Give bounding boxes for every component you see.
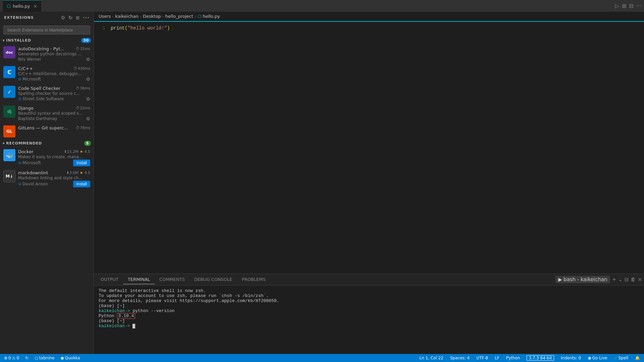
ext-markdownlint-name: markdownlint	[18, 170, 64, 175]
terminal-line-1: The default interactive shell is now zsh…	[99, 288, 639, 293]
ext-autodocstring-name: autoDocstring - Pyt...	[18, 46, 74, 51]
code-line-1: 1 print("hello world!")	[94, 24, 644, 32]
ext-django-info: Django ⏱22ms Beautiful syntax and scoped…	[18, 106, 90, 121]
recommended-label: RECOMMENDED	[6, 141, 42, 145]
ext-docker-author: ⊕ Microsoft	[18, 161, 41, 165]
terminal-line-5: kaikeichan-> python --version	[99, 308, 639, 313]
ext-markdownlint-icon: M↓	[3, 170, 15, 182]
editor-tab[interactable]: ⬡ hello.py ×	[3, 0, 41, 12]
recommended-section-header[interactable]: ▾ RECOMMENDED 5	[0, 139, 94, 147]
go-live-button[interactable]: ◉ Go Live	[586, 354, 608, 362]
more-actions-button[interactable]: ···	[636, 3, 641, 9]
ext-spell-gear[interactable]: ⚙	[86, 96, 90, 102]
run-button[interactable]: ▷	[615, 3, 619, 9]
rec-chevron-icon: ▾	[3, 141, 5, 145]
panel-tabs: OUTPUT TERMINAL COMMENTS DEBUG CONSOLE P…	[94, 274, 644, 286]
ext-django-author: Baptiste Darthenay	[18, 116, 57, 121]
ext-gitlens[interactable]: GL GitLens — Git superc... ⏱78ms	[0, 123, 94, 139]
filter-icon[interactable]: ⚙	[61, 15, 65, 21]
ext-autodocstring-time: ⏱32ms	[76, 47, 90, 51]
active-line-indicator	[94, 21, 644, 22]
python-version-badge: 3.7.3 64-bit	[527, 355, 554, 361]
ext-django-name: Django	[18, 106, 74, 111]
cursor-position[interactable]: Ln 1, Col 22	[418, 354, 445, 362]
language-mode[interactable]: Python	[505, 354, 522, 362]
notifications-button[interactable]: 🔔	[634, 354, 641, 362]
ext-docker[interactable]: 🐳 Docker ⬇15.2M ★4.5 Makes it easy to cr…	[0, 147, 94, 168]
terminal-chevron[interactable]: ⌄	[618, 277, 623, 283]
ext-gitlens-icon: GL	[3, 125, 15, 137]
encoding[interactable]: UTF-8	[475, 354, 489, 362]
code-editor[interactable]: 1 print("hello world!")	[94, 21, 644, 274]
indentation[interactable]: Spaces: 4	[449, 354, 471, 362]
line-ending[interactable]: LF	[493, 354, 501, 362]
terminal-cursor	[132, 324, 135, 328]
installed-section-header[interactable]: ▾ INSTALLED 30	[0, 37, 94, 44]
add-terminal-button[interactable]: +	[612, 277, 616, 283]
tab-close-button[interactable]: ×	[34, 3, 38, 9]
docker-install-button[interactable]: Install	[73, 160, 90, 166]
ext-markdownlint-author: ⊕ David Anson	[18, 182, 48, 186]
ext-cpp-name: C/C++	[18, 66, 71, 71]
ext-cpp[interactable]: C C/C++ ⏱430ms C/C++ IntelliSense, debug…	[0, 64, 94, 84]
status-bar: ⊕ 0 ⚠ 0 ↻ ○ tabnine ◉ Quokka Ln 1, Col 2…	[0, 354, 644, 362]
error-icon: ⊕	[4, 356, 7, 360]
ext-django-desc: Beautiful syntax and scoped s...	[18, 111, 90, 116]
ext-markdownlint[interactable]: M↓ markdownlint ⬇3.6M ★4.5 Markdown lint…	[0, 168, 94, 189]
tabnine-status[interactable]: ○ tabnine	[33, 354, 56, 362]
views-icon[interactable]: ≡	[75, 15, 80, 21]
main-area: EXTENSIONS ⚙ ↻ ≡ ··· ▾ INSTALLED 30 doc …	[0, 12, 644, 354]
breadcrumb-user[interactable]: kaikeichan	[115, 14, 139, 19]
more-icon[interactable]: ···	[83, 15, 90, 21]
ext-cpp-desc: C/C++ IntelliSense, debuggin...	[18, 71, 90, 76]
status-right: Ln 1, Col 22 Spaces: 4 UTF-8 LF Python 3…	[418, 354, 641, 362]
ext-django-gear[interactable]: ⚙	[86, 116, 90, 121]
breadcrumb-icon: ⬡	[198, 14, 201, 19]
errors-indicator[interactable]: ⊕ 0 ⚠ 0	[3, 354, 20, 362]
tab-debug-console[interactable]: DEBUG CONSOLE	[190, 275, 237, 284]
sync-status[interactable]: ↻	[24, 354, 30, 362]
spell-check-icon: ✓	[614, 356, 618, 360]
ext-spell[interactable]: ✓ Code Spell Checker ⏱36ms Spelling chec…	[0, 84, 94, 104]
breadcrumb-project[interactable]: hello_project	[165, 14, 193, 19]
editor-area: Users › kaikeichan › Desktop › hello_pro…	[94, 12, 644, 354]
split-terminal-button[interactable]: ⊟	[625, 277, 629, 283]
ext-gitlens-name: GitLens — Git superc...	[18, 125, 74, 130]
terminal-content[interactable]: The default interactive shell is now zsh…	[94, 286, 644, 354]
split-editor-button[interactable]: ⊞	[622, 3, 626, 9]
spell-status[interactable]: ✓ Spell	[613, 354, 630, 362]
ext-autodocstring-gear[interactable]: ⚙	[86, 57, 90, 62]
indents-status[interactable]: Indents: 0	[559, 354, 582, 362]
ext-django[interactable]: dj Django ⏱22ms Beautiful syntax and sco…	[0, 104, 94, 123]
ext-autodocstring[interactable]: doc autoDocstring - Pyt... ⏱32ms Generat…	[0, 44, 94, 64]
tab-output[interactable]: OUTPUT	[96, 275, 123, 284]
extensions-search-input[interactable]	[3, 25, 90, 35]
layout-button[interactable]: ⊟	[629, 3, 633, 9]
ext-docker-icon: 🐳	[3, 149, 15, 161]
python-version-highlight: 3.10.4	[117, 313, 136, 319]
breadcrumb-users[interactable]: Users	[99, 14, 111, 19]
terminal-line-6: Python 3.10.4	[99, 313, 639, 318]
delete-terminal-button[interactable]: 🗑	[631, 277, 636, 283]
bash-label: ▶ bash - kaikeichan	[555, 276, 610, 283]
sidebar-header-actions: ⚙ ↻ ≡ ···	[61, 15, 90, 21]
ext-cpp-gear[interactable]: ⚙	[86, 76, 90, 82]
breadcrumb-file[interactable]: hello.py	[203, 14, 220, 19]
markdownlint-install-button[interactable]: Install	[73, 181, 90, 187]
quokka-icon: ◉	[60, 356, 64, 360]
ext-docker-info: Docker ⬇15.2M ★4.5 Makes it easy to crea…	[18, 149, 90, 166]
terminal-actions: ▶ bash - kaikeichan + ⌄ ⊟ 🗑 ×	[555, 276, 642, 283]
tab-terminal[interactable]: TERMINAL	[123, 275, 155, 284]
ext-spell-desc: Spelling checker for source c...	[18, 91, 90, 96]
tab-problems[interactable]: PROBLEMS	[237, 275, 270, 284]
python-interpreter[interactable]: 3.7.3 64-bit	[525, 354, 555, 362]
ext-spell-time: ⏱36ms	[76, 86, 90, 90]
refresh-icon[interactable]: ↻	[68, 15, 73, 21]
ext-spell-info: Code Spell Checker ⏱36ms Spelling checke…	[18, 86, 90, 102]
sync-icon: ↻	[25, 356, 29, 360]
quokka-status[interactable]: ◉ Quokka	[59, 354, 82, 362]
close-panel-button[interactable]: ×	[638, 277, 642, 283]
tab-comments[interactable]: COMMENTS	[155, 275, 190, 284]
breadcrumb-desktop[interactable]: Desktop	[143, 14, 161, 19]
ext-docker-name: Docker	[18, 149, 62, 154]
